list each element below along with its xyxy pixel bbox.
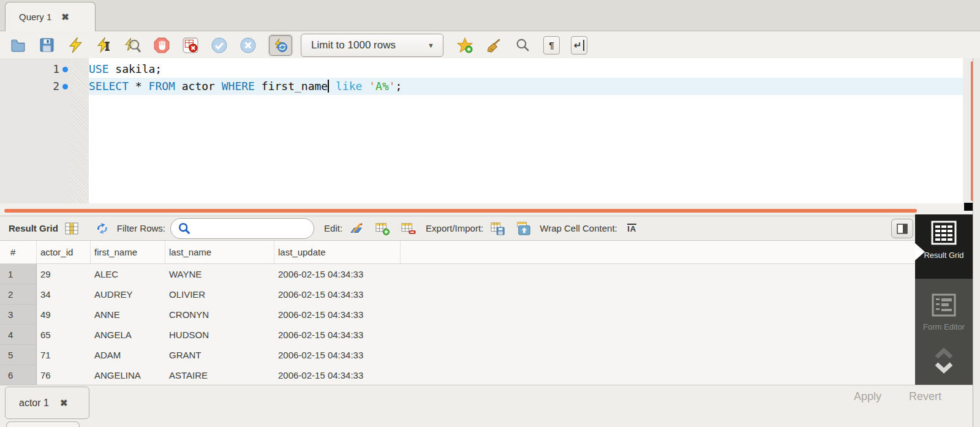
column-header-last_update[interactable]: last_update <box>274 241 401 263</box>
table-row[interactable]: 349ANNECRONYN2006-02-15 04:34:33 <box>0 304 915 325</box>
kill-query-icon[interactable] <box>183 37 198 53</box>
table-cell[interactable]: OLIVIER <box>165 284 274 304</box>
table-cell[interactable]: ANGELA <box>91 325 165 345</box>
table-cell[interactable]: ASTAIRE <box>165 365 274 385</box>
table-row[interactable]: 571ADAMGRANT2006-02-15 04:34:33 <box>0 345 915 365</box>
table-cell[interactable]: 71 <box>37 345 91 365</box>
table-cell[interactable]: 65 <box>37 325 91 345</box>
close-icon[interactable]: ✖ <box>61 12 69 23</box>
line-number: 1 <box>0 61 59 78</box>
apply-button[interactable]: Apply <box>854 390 881 403</box>
table-row[interactable]: 676ANGELINAASTAIRE2006-02-15 04:34:33 <box>0 365 915 385</box>
refresh-icon[interactable] <box>95 221 110 236</box>
table-cell[interactable]: ADAM <box>91 345 165 365</box>
pilcrow-icon: ¶ <box>549 40 554 50</box>
find-icon[interactable] <box>514 37 530 53</box>
sidebar-form-editor-label: Form Editor <box>923 322 965 331</box>
close-icon[interactable]: ✖ <box>60 398 68 409</box>
table-cell[interactable]: 2006-02-15 04:34:33 <box>274 284 401 304</box>
wrap-text-icon: ↵ <box>574 40 585 51</box>
invisible-chars-button[interactable]: ¶ <box>543 36 560 55</box>
column-header-first_name[interactable]: first_name <box>91 241 165 263</box>
import-icon[interactable] <box>516 221 531 236</box>
table-cell[interactable]: 49 <box>37 304 91 325</box>
table-cell[interactable]: 2006-02-15 04:34:33 <box>274 345 401 365</box>
table-cell[interactable]: 2006-02-15 04:34:33 <box>274 264 401 284</box>
table-cell[interactable]: HUDSON <box>165 325 274 345</box>
table-cell[interactable]: GRANT <box>165 345 274 365</box>
rollback-icon[interactable] <box>240 37 256 53</box>
row-number-cell[interactable]: 5 <box>0 345 37 365</box>
row-number-cell[interactable]: 2 <box>0 284 37 304</box>
table-cell[interactable]: ALEC <box>91 264 165 284</box>
revert-button[interactable]: Revert <box>909 390 941 403</box>
table-cell[interactable]: CRONYN <box>165 304 274 325</box>
execute-icon[interactable] <box>67 37 83 53</box>
tab-actor-1-label: actor 1 <box>19 398 49 409</box>
table-cell[interactable]: 2006-02-15 04:34:33 <box>274 304 401 325</box>
chevron-down-icon: ▼ <box>428 42 434 49</box>
code-text[interactable]: USE sakila; <box>89 61 963 78</box>
table-cell[interactable]: ANGELINA <box>91 365 165 385</box>
table-row[interactable]: 234AUDREYOLIVIER2006-02-15 04:34:33 <box>0 284 915 304</box>
wrap-cell-label: Wrap Cell Content: <box>540 223 617 233</box>
bottom-tab-bar: actor 1 ✖ Apply Revert <box>0 385 974 427</box>
table-cell[interactable]: WAYNE <box>165 264 274 284</box>
sql-editor[interactable]: 1USE sakila;2SELECT * FROM actor WHERE f… <box>0 58 974 208</box>
table-cell[interactable]: AUDREY <box>91 284 165 304</box>
result-grid-label: Result Grid <box>9 223 58 233</box>
editor-hscroll-thumb[interactable] <box>4 209 917 213</box>
export-icon[interactable] <box>491 221 505 236</box>
stop-icon[interactable] <box>154 37 170 53</box>
commit-icon[interactable] <box>211 37 227 53</box>
row-number-cell[interactable]: 1 <box>0 264 37 284</box>
search-input[interactable] <box>194 224 314 233</box>
sql-toolbar: Limit to 1000 rows ▼ ¶ ↵ <box>0 32 980 58</box>
table-cell[interactable]: 2006-02-15 04:34:33 <box>274 325 401 345</box>
limit-dropdown-value: Limit to 1000 rows <box>311 39 396 51</box>
save-icon[interactable] <box>39 37 55 53</box>
autocommit-toggle[interactable] <box>269 35 292 56</box>
sidebar-item-form-editor[interactable]: Form Editor <box>915 279 973 388</box>
tab-query-1[interactable]: Query 1 ✖ <box>5 2 96 31</box>
column-header-actor_id[interactable]: actor_id <box>37 241 91 263</box>
grid-body: 129ALECWAYNE2006-02-15 04:34:33234AUDREY… <box>0 264 915 385</box>
open-file-icon[interactable] <box>10 37 26 53</box>
export-import-label: Export/Import: <box>426 223 483 233</box>
panel-up-chevron-icon[interactable] <box>933 347 955 361</box>
table-row[interactable]: 129ALECWAYNE2006-02-15 04:34:33 <box>0 264 915 284</box>
query-tab-bar <box>0 0 980 31</box>
tab-actor-1[interactable]: actor 1 ✖ <box>5 387 89 419</box>
wrap-cell-icon[interactable]: IA <box>625 221 639 236</box>
code-line[interactable]: 1USE sakila; <box>0 61 963 78</box>
filter-rows-searchbox[interactable] <box>170 218 314 239</box>
row-number-cell[interactable]: 6 <box>0 365 37 385</box>
code-text[interactable]: SELECT * FROM actor WHERE first_name lik… <box>89 78 963 95</box>
execute-current-icon[interactable] <box>96 37 112 53</box>
row-number-cell[interactable]: 3 <box>0 304 37 325</box>
limit-dropdown[interactable]: Limit to 1000 rows ▼ <box>301 34 443 57</box>
table-cell[interactable]: 76 <box>37 365 91 385</box>
table-cell[interactable]: 29 <box>37 264 91 284</box>
delete-row-icon[interactable] <box>401 221 416 236</box>
wrap-text-button[interactable]: ↵ <box>571 36 587 55</box>
statement-marker-dot <box>59 78 89 95</box>
beautify-icon[interactable] <box>486 37 502 53</box>
column-header-filler <box>401 241 915 263</box>
add-row-icon[interactable] <box>375 221 390 236</box>
code-line[interactable]: 2SELECT * FROM actor WHERE first_name li… <box>0 78 963 95</box>
result-grid-toolbar: Result Grid Filter Rows: Edit: Export/Im… <box>0 216 915 241</box>
result-grid-icon <box>64 221 79 236</box>
table-cell[interactable]: 34 <box>37 284 91 304</box>
edit-pencil-icon[interactable] <box>350 221 364 236</box>
column-header-last_name[interactable]: last_name <box>165 241 274 263</box>
table-cell[interactable]: 2006-02-15 04:34:33 <box>274 365 401 385</box>
toggle-panel-button[interactable] <box>891 219 913 238</box>
panel-down-chevron-icon[interactable] <box>933 361 955 376</box>
table-row[interactable]: 465ANGELAHUDSON2006-02-15 04:34:33 <box>0 325 915 345</box>
column-header-rownum[interactable]: # <box>0 241 37 263</box>
table-cell[interactable]: ANNE <box>91 304 165 325</box>
save-snippet-icon[interactable] <box>457 37 473 53</box>
explain-icon[interactable] <box>125 37 141 53</box>
row-number-cell[interactable]: 4 <box>0 325 37 345</box>
